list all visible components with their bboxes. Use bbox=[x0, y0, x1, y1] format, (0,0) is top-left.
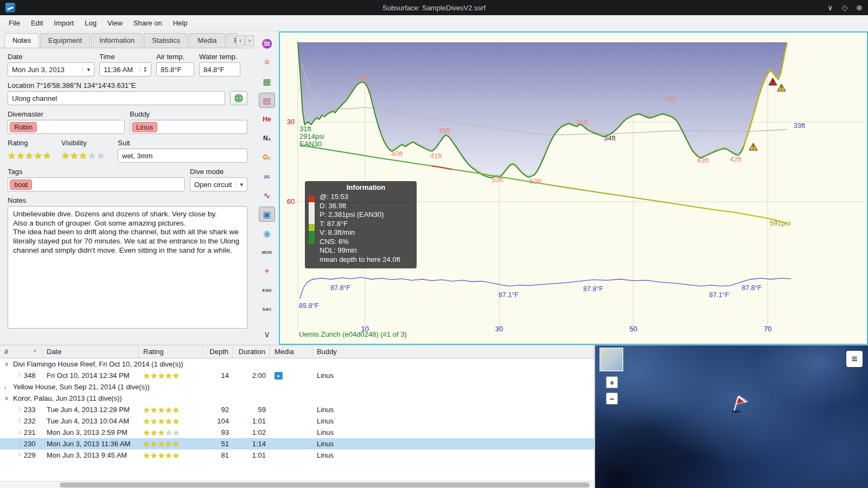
tags-field[interactable]: boat bbox=[8, 177, 185, 191]
star-icon[interactable]: ★ bbox=[97, 151, 105, 161]
pp-window-icon[interactable]: |Δ| bbox=[259, 169, 275, 184]
tag-chip[interactable]: boat bbox=[10, 179, 32, 190]
minimize-icon[interactable]: ∨ bbox=[827, 3, 833, 12]
zoom-in-button[interactable]: + bbox=[606, 376, 618, 388]
ead-icon[interactable]: EAD bbox=[259, 282, 275, 298]
globe-button[interactable] bbox=[230, 91, 247, 105]
column-header-media[interactable]: Media bbox=[270, 345, 312, 358]
column-header-rating[interactable]: Rating bbox=[139, 345, 203, 358]
rating-stars[interactable]: ★★★★★ bbox=[8, 149, 56, 163]
ceiling-increments-icon[interactable]: ▦ bbox=[259, 74, 275, 89]
tissues-icon[interactable]: ▤ bbox=[259, 93, 275, 108]
star-icon[interactable]: ★ bbox=[16, 151, 25, 161]
he-graph-icon[interactable]: He bbox=[259, 112, 275, 127]
dive-profile-panel[interactable]: 15ft40ft41ft35ft50ft50ft31ft28ft43ft42ft… bbox=[279, 31, 868, 345]
dive-row[interactable]: └348Fri Oct 10, 2014 12:34 PM★★★★★142:00… bbox=[0, 370, 594, 381]
collapse-toolbar-icon[interactable]: ∨ bbox=[259, 326, 275, 342]
collapse-icon[interactable]: ∨ bbox=[4, 361, 12, 368]
dive-flag-marker[interactable] bbox=[725, 391, 749, 415]
star-icon[interactable]: ★ bbox=[79, 151, 88, 161]
calculated-ceiling-icon[interactable]: ≡ bbox=[259, 55, 275, 70]
tab-statistics[interactable]: Statistics bbox=[144, 33, 188, 48]
gas-bubble-icon[interactable]: ◉ bbox=[259, 226, 275, 241]
column-header-buddy[interactable]: Buddy bbox=[312, 345, 594, 358]
warning-icon[interactable]: ! bbox=[749, 143, 757, 150]
minimap-thumbnail[interactable] bbox=[599, 348, 623, 371]
column-header-depth[interactable]: Depth bbox=[203, 345, 233, 358]
menu-edit[interactable]: Edit bbox=[25, 17, 48, 29]
dive-mode-select[interactable]: Open circuit ▾ bbox=[190, 177, 247, 191]
notes-label: Notes bbox=[8, 196, 247, 204]
location-field[interactable]: Ulong channel bbox=[8, 91, 225, 105]
map-panel[interactable]: + − ≡ bbox=[595, 345, 868, 488]
divemaster-chip[interactable]: Robin bbox=[10, 122, 37, 132]
column-header-[interactable]: #^ bbox=[0, 345, 42, 358]
star-icon[interactable]: ★ bbox=[70, 151, 79, 161]
maximize-icon[interactable]: ◇ bbox=[841, 3, 847, 12]
visibility-stars[interactable]: ★★★★★ bbox=[61, 149, 113, 163]
dive-row[interactable]: └231Mon Jun 3, 2013 2:59 PM★★★★★931:02Li… bbox=[0, 427, 594, 438]
zoom-out-button[interactable]: − bbox=[606, 393, 618, 404]
buddy-chip[interactable]: Linus bbox=[132, 122, 157, 132]
star-icon[interactable]: ★ bbox=[88, 151, 97, 161]
tab-equipment[interactable]: Equipment bbox=[40, 33, 90, 48]
star-icon[interactable]: ★ bbox=[8, 151, 16, 161]
tab-scroll-left-icon[interactable]: ‹ bbox=[236, 35, 245, 46]
media-icon[interactable]: ▸ bbox=[275, 372, 283, 380]
map-menu-button[interactable]: ≡ bbox=[846, 351, 863, 367]
menu-help[interactable]: Help bbox=[168, 17, 193, 29]
info-line: NDL: 99min bbox=[320, 246, 412, 255]
close-icon[interactable]: ⊗ bbox=[856, 3, 863, 12]
column-header-duration[interactable]: Duration bbox=[233, 345, 270, 358]
time-field[interactable]: 11:36 AM ▲▼ bbox=[99, 62, 151, 76]
divemaster-field[interactable]: Robin bbox=[8, 120, 125, 134]
column-header-date[interactable]: Date bbox=[42, 345, 139, 358]
suit-field[interactable]: wet, 3mm bbox=[118, 149, 247, 163]
horizontal-scrollbar[interactable] bbox=[0, 481, 594, 488]
tab-notes[interactable]: Notes bbox=[4, 33, 39, 48]
star-icon[interactable]: ★ bbox=[43, 151, 52, 161]
menu-view[interactable]: View bbox=[102, 17, 128, 29]
air-temp-field[interactable]: 85.8°F bbox=[156, 62, 194, 76]
profile-info-box[interactable]: Information @: 15:53D: 36.9ftP: 2,381psi… bbox=[305, 181, 417, 268]
dive-row[interactable]: └229Mon Jun 3, 2013 9:45 AM★★★★★811:01Li… bbox=[0, 450, 594, 461]
dc-ceiling-icon[interactable]: ♒ bbox=[259, 36, 275, 51]
buddy-field[interactable]: Linus bbox=[130, 120, 247, 134]
dive-trip-row[interactable]: ∨Koror, Palau, Jun 2013 (11 dive(s)) bbox=[0, 393, 594, 404]
photos-icon[interactable]: ▣ bbox=[259, 207, 275, 222]
o2-graph-icon[interactable]: O₂ bbox=[259, 150, 275, 165]
menu-log[interactable]: Log bbox=[79, 17, 102, 29]
collapse-icon[interactable]: ∨ bbox=[4, 395, 12, 402]
expand-icon[interactable]: › bbox=[4, 384, 12, 390]
dive-trip-row[interactable]: ›Yellow House, Sun Sep 21, 2014 (1 dive(… bbox=[0, 381, 594, 393]
dive-date-cell: Tue Jun 4, 2013 10:04 AM bbox=[42, 415, 139, 427]
n2-graph-icon[interactable]: N₂ bbox=[259, 131, 275, 146]
tab-scroll-right-icon[interactable]: › bbox=[245, 35, 254, 46]
dive-number-cell: └229 bbox=[0, 450, 42, 461]
deco-time-icon[interactable]: + bbox=[259, 264, 275, 279]
mod-icon[interactable]: MOD bbox=[259, 245, 275, 260]
menu-share-on[interactable]: Share on bbox=[128, 17, 168, 29]
star-icon[interactable]: ★ bbox=[34, 151, 43, 161]
warning-icon[interactable]: ! bbox=[769, 78, 777, 85]
dive-row[interactable]: └230Mon Jun 3, 2013 11:36 AM★★★★★511:14L… bbox=[0, 438, 594, 450]
heartrate-icon[interactable]: ∿ bbox=[259, 188, 275, 203]
menu-file[interactable]: File bbox=[3, 17, 25, 29]
dive-trip-row[interactable]: ∨Divi Flamingo House Reef, Fri Oct 10, 2… bbox=[0, 358, 594, 370]
tab-media[interactable]: Media bbox=[189, 33, 225, 48]
tab-information[interactable]: Information bbox=[91, 33, 143, 48]
scrollbar-thumb[interactable] bbox=[60, 483, 590, 487]
spinner-icon[interactable]: ▲▼ bbox=[139, 66, 147, 73]
dive-row[interactable]: └232Tue Jun 4, 2013 10:04 AM★★★★★1041:01… bbox=[0, 415, 594, 427]
dive-row[interactable]: └233Tue Jun 4, 2013 12:28 PM★★★★★9259Lin… bbox=[0, 404, 594, 415]
star-icon[interactable]: ★ bbox=[25, 151, 34, 161]
dive-depth-cell: 51 bbox=[203, 438, 233, 450]
date-field[interactable]: Mon Jun 3, 2013 ▾ bbox=[8, 62, 94, 76]
star-icon[interactable]: ★ bbox=[61, 151, 70, 161]
water-temp-field[interactable]: 84.8°F bbox=[199, 62, 240, 76]
menu-import[interactable]: Import bbox=[48, 17, 79, 29]
visibility-label: Visibility bbox=[61, 139, 113, 147]
notes-textarea[interactable]: Unbelievable dive. Dozens and dozens of … bbox=[8, 206, 247, 329]
warning-icon[interactable]: ! bbox=[777, 84, 786, 91]
sac-icon[interactable]: SAC bbox=[259, 301, 275, 317]
